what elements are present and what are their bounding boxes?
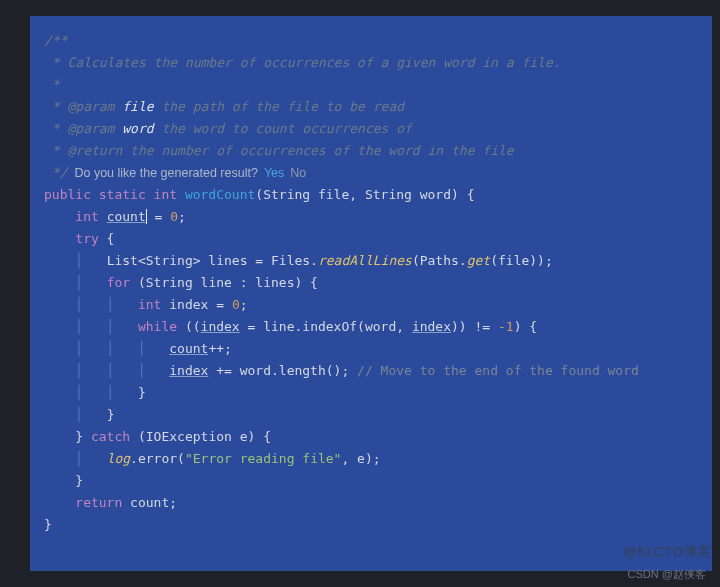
method-signature: public static int wordCount(String file,… xyxy=(44,184,698,206)
method-close: } xyxy=(44,514,698,536)
return-line: return count; xyxy=(44,492,698,514)
log-error: │ log.error("Error reading file", e); xyxy=(44,448,698,470)
doc-line-1: * Calculates the number of occurrences o… xyxy=(44,52,698,74)
doc-open: /** xyxy=(44,30,698,52)
count-inc: │ │ │ count++; xyxy=(44,338,698,360)
ai-feedback-no[interactable]: No xyxy=(290,166,306,180)
for-line: │ for (String line : lines) { xyxy=(44,272,698,294)
doc-param-word: * @param word the word to count occurren… xyxy=(44,118,698,140)
for-close: │ } xyxy=(44,404,698,426)
while-line: │ │ while ((index = line.indexOf(word, i… xyxy=(44,316,698,338)
watermark: CSDN @赵侠客 xyxy=(628,563,706,585)
doc-param-file: * @param file the path of the file to be… xyxy=(44,96,698,118)
watermark-faint: @51CTO博客 xyxy=(623,541,712,563)
index-add: │ │ │ index += word.length(); // Move to… xyxy=(44,360,698,382)
code-editor[interactable]: /** * Calculates the number of occurrenc… xyxy=(30,16,712,571)
catch-close: } xyxy=(44,470,698,492)
doc-line-2: * xyxy=(44,74,698,96)
decl-count: int count = 0; xyxy=(44,206,698,228)
list-lines: │ List<String> lines = Files.readAllLine… xyxy=(44,250,698,272)
doc-return: * @return the number of occurrences of t… xyxy=(44,140,698,162)
ai-feedback-prompt: Do you like the generated result? xyxy=(67,166,257,180)
catch-line: } catch (IOException e) { xyxy=(44,426,698,448)
while-close: │ │ } xyxy=(44,382,698,404)
try-line: try { xyxy=(44,228,698,250)
ai-feedback-yes[interactable]: Yes xyxy=(264,166,284,180)
index-decl: │ │ int index = 0; xyxy=(44,294,698,316)
doc-close-with-prompt: */ Do you like the generated result?YesN… xyxy=(44,162,698,184)
